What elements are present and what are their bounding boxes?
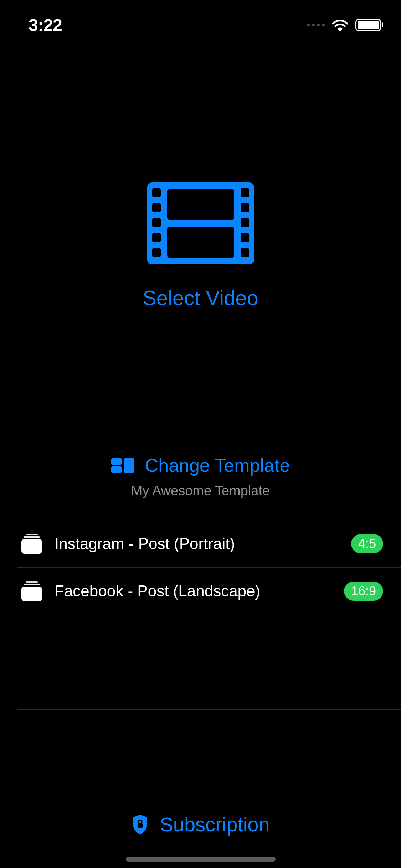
lock-shield-icon	[131, 814, 149, 835]
status-time: 3:22	[29, 15, 62, 35]
wifi-icon	[331, 18, 349, 32]
change-template-label: Change Template	[145, 455, 290, 476]
template-output-list: Instagram - Post (Portrait) 4:5 Facebook…	[0, 520, 401, 757]
list-item-label: Instagram - Post (Portrait)	[55, 535, 339, 553]
select-video-label: Select Video	[143, 286, 258, 310]
svg-rect-3	[152, 218, 161, 227]
aspect-ratio-badge: 4:5	[351, 534, 383, 553]
svg-rect-11	[167, 189, 234, 220]
svg-rect-10	[241, 248, 249, 257]
svg-rect-6	[241, 188, 249, 197]
svg-rect-5	[152, 248, 161, 257]
status-indicators	[307, 18, 383, 32]
svg-rect-1	[152, 188, 161, 197]
template-grid-icon	[111, 458, 134, 473]
stack-icon	[21, 581, 42, 601]
svg-rect-4	[152, 233, 161, 242]
select-video-button[interactable]: Select Video	[0, 50, 401, 442]
stack-icon	[21, 534, 42, 554]
svg-rect-2	[152, 203, 161, 212]
svg-rect-8	[241, 218, 249, 227]
cellular-signal-icon	[307, 24, 325, 26]
subscription-label: Subscription	[160, 813, 269, 836]
svg-rect-9	[241, 233, 249, 242]
svg-rect-7	[241, 203, 249, 212]
svg-rect-13	[138, 823, 143, 828]
subscription-button[interactable]: Subscription	[0, 813, 401, 836]
current-template-name: My Awesome Template	[131, 483, 270, 498]
template-section: Change Template My Awesome Template	[0, 440, 401, 512]
battery-icon	[355, 19, 383, 31]
list-item[interactable]: Instagram - Post (Portrait) 4:5	[0, 520, 401, 567]
change-template-button[interactable]: Change Template	[111, 455, 290, 476]
film-icon	[147, 182, 254, 264]
status-bar: 3:22	[0, 0, 401, 50]
empty-row	[0, 615, 401, 662]
home-indicator[interactable]	[126, 857, 276, 862]
svg-rect-12	[167, 227, 234, 258]
list-item[interactable]: Facebook - Post (Landscape) 16:9	[0, 568, 401, 615]
empty-row	[0, 662, 401, 709]
aspect-ratio-badge: 16:9	[344, 582, 383, 601]
empty-row	[0, 710, 401, 757]
list-item-label: Facebook - Post (Landscape)	[55, 582, 331, 600]
